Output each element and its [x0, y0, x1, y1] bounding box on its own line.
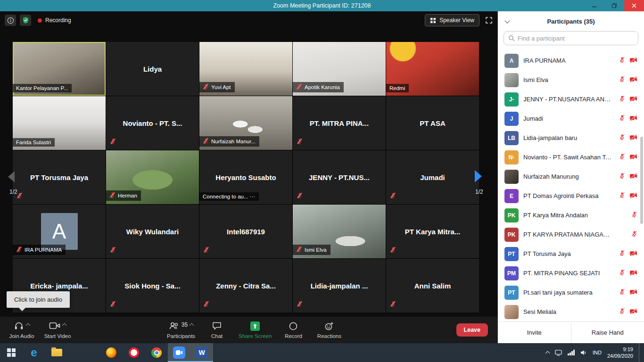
video-tile[interactable]: PT Torusma Jaya — [13, 150, 106, 204]
participant-row[interactable]: PK PT Karya Mitra Andalan — [498, 206, 644, 225]
reactions-button[interactable]: Reactions — [311, 317, 347, 343]
participant-avatar: LB — [504, 131, 519, 145]
participant-avatar: PK — [504, 208, 519, 222]
video-tile[interactable]: Farida Sulastri — [13, 96, 106, 150]
tile-name-text: Farida Sulastri — [16, 140, 51, 145]
start-button[interactable] — [0, 343, 23, 362]
taskbar-explorer-button[interactable] — [45, 343, 68, 362]
participant-row[interactable]: Sesi Meliala — [498, 302, 644, 321]
participant-row[interactable]: PM PT. MITRA PINANG SEJATI — [498, 263, 644, 283]
minimize-button[interactable] — [585, 0, 604, 11]
tray-expand-button[interactable] — [546, 350, 549, 355]
mic-off-icon — [110, 301, 116, 308]
video-tile[interactable]: Redmi — [386, 42, 479, 96]
participant-row[interactable]: E PT Domas Agrointi Perkasa — [498, 186, 644, 206]
video-tile[interactable]: Herman — [106, 150, 199, 204]
taskbar-word-button[interactable]: W — [190, 343, 213, 362]
participant-row[interactable]: PK PT KARYA PRATAMA NIAGAJAYA — [498, 225, 644, 244]
start-video-options-chevron-icon[interactable] — [62, 323, 67, 328]
encryption-shield-button[interactable] — [20, 15, 31, 26]
video-off-icon — [629, 76, 637, 84]
close-button[interactable] — [624, 0, 644, 11]
speaker-view-button[interactable]: Speaker View — [425, 14, 479, 26]
video-tile[interactable]: Nurfaizah Manur... — [199, 96, 292, 150]
restore-button[interactable] — [604, 0, 624, 11]
tile-center-name: Lidya — [106, 42, 199, 96]
participant-row[interactable]: Ismi Elva — [498, 70, 644, 90]
fullscreen-icon[interactable] — [485, 16, 493, 24]
participant-name: Nurfaizah Manurung — [523, 173, 612, 180]
meeting-info-button[interactable] — [5, 15, 16, 26]
video-off-icon — [629, 95, 637, 104]
video-tile[interactable]: A IRA PURNAMA — [13, 205, 106, 258]
video-tile[interactable]: Heryanto Susabto Connecting to au... ··· — [199, 150, 292, 204]
chat-button[interactable]: Chat — [199, 317, 235, 343]
window-titlebar[interactable]: Zoom Meeting Participant ID: 271208 — [0, 0, 644, 11]
tray-language-button[interactable]: IND — [593, 350, 602, 355]
video-tile[interactable]: Wiky Wulandari — [106, 205, 199, 258]
participants-options-chevron-icon[interactable] — [190, 323, 194, 328]
invite-button[interactable]: Invite — [498, 322, 571, 343]
mic-off-icon — [203, 138, 209, 145]
participants-count-badge: 35 — [182, 321, 188, 328]
video-tile[interactable]: Apotik Karunia — [293, 42, 386, 96]
participant-row[interactable]: PT PT Torusma Jaya — [498, 244, 644, 263]
video-tile[interactable]: PT ASA — [386, 96, 479, 150]
participant-row[interactable]: Nurfaizah Manurung — [498, 167, 644, 186]
participant-row[interactable]: J- JENNY - PT.NUSANTARA ANDA... — [498, 90, 644, 109]
taskbar-edge-button[interactable]: e — [23, 343, 45, 362]
participant-row[interactable]: N- Novianto - PT. Sawit Asahan Tet... — [498, 148, 644, 167]
video-tile[interactable]: PT. MITRA PINA... — [293, 96, 386, 150]
share-screen-button[interactable]: Share Screen — [235, 317, 275, 343]
participants-button[interactable]: 35 Participants — [163, 317, 199, 343]
panel-scrollbar-thumb[interactable] — [640, 137, 643, 224]
video-tile[interactable]: PT Karya Mitra... — [386, 205, 479, 258]
participant-row[interactable]: J Jumadi — [498, 109, 644, 128]
show-desktop-button[interactable] — [639, 343, 641, 362]
participant-row[interactable]: PT Pt.sari tani jaya sumatera — [498, 283, 644, 302]
camera-icon — [49, 321, 60, 330]
video-tile[interactable]: Yuvi Apt — [199, 42, 292, 96]
panel-collapse-chevron-icon[interactable] — [504, 18, 510, 23]
raise-hand-button[interactable]: Raise Hand — [571, 322, 644, 343]
grid-next-page-button[interactable] — [473, 170, 483, 185]
video-tile[interactable]: Intel687919 — [199, 205, 292, 258]
video-tile[interactable]: Lidia-jampalan ... — [293, 259, 386, 313]
start-video-button[interactable]: Start Video — [40, 317, 75, 343]
join-audio-label: Join Audio — [9, 333, 34, 339]
participant-status-icons — [617, 288, 637, 297]
taskbar-chrome-button[interactable] — [145, 343, 168, 362]
record-button[interactable]: Record — [275, 317, 311, 343]
video-tile[interactable]: JENNY - PT.NUS... — [293, 150, 386, 204]
taskbar-clock[interactable]: 9:19 24/09/2020 — [607, 346, 633, 360]
participant-search[interactable] — [504, 31, 638, 45]
participant-avatar — [504, 170, 519, 184]
participant-name: Novianto - PT. Sawit Asahan Tet... — [523, 154, 612, 161]
participant-row[interactable]: LB Lidia-jampalan baru — [498, 128, 644, 148]
video-tile[interactable]: Lidya — [106, 42, 199, 96]
video-tile[interactable]: Jumadi — [386, 150, 479, 204]
participant-row[interactable]: A IRA PURNAMA — [498, 51, 644, 70]
participant-search-input[interactable] — [518, 35, 634, 42]
video-tile[interactable]: Zenny - Citra Sa... — [199, 259, 292, 313]
grid-prev-page-button[interactable] — [7, 171, 16, 185]
tile-name-label: Kantor Pelayanan P... — [13, 84, 72, 92]
video-tile[interactable]: Anni Salim — [386, 259, 479, 313]
tray-network-button[interactable] — [568, 350, 575, 355]
video-tile[interactable]: Novianto - PT. S... — [106, 96, 199, 150]
leave-button[interactable]: Leave — [456, 323, 488, 337]
video-tile[interactable]: Ismi Elva — [293, 205, 386, 258]
tile-center-name: PT. MITRA PINA... — [293, 96, 386, 150]
taskbar-opera-button[interactable] — [123, 343, 145, 362]
tray-display-button[interactable] — [555, 350, 562, 356]
tray-volume-button[interactable] — [580, 350, 587, 355]
mic-off-icon — [390, 192, 396, 200]
tile-name-text: Redmi — [389, 85, 405, 91]
taskbar-zoom-button[interactable] — [168, 343, 190, 362]
join-audio-button[interactable]: Join Audio — [4, 317, 40, 343]
join-audio-options-chevron-icon[interactable] — [26, 323, 31, 328]
minimize-icon — [592, 3, 597, 8]
video-tile[interactable]: Siok Hong - Sa... — [106, 259, 199, 313]
video-tile[interactable]: Kantor Pelayanan P... — [13, 42, 106, 96]
taskbar-firefox-button[interactable] — [100, 343, 123, 362]
